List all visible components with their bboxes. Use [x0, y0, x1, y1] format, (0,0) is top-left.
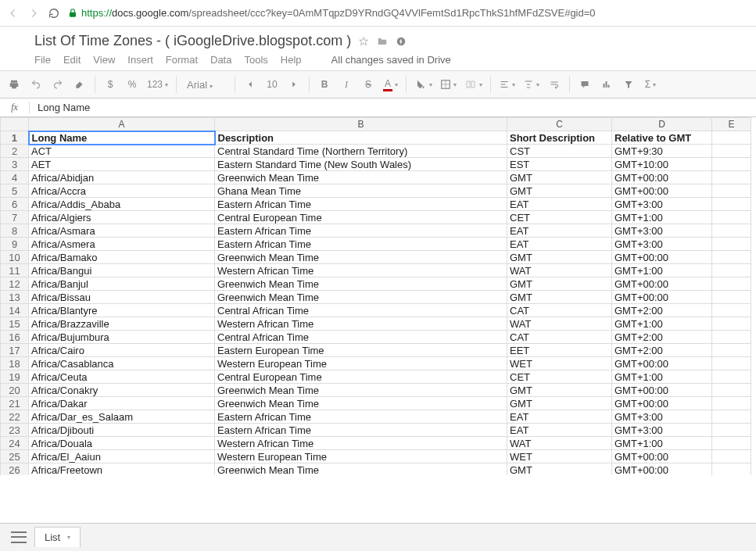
cell[interactable]: GMT — [507, 463, 612, 476]
cell[interactable]: Western European Time — [215, 450, 507, 463]
cell[interactable]: Central European Time — [215, 370, 507, 384]
cell[interactable]: Greenwich Mean Time — [215, 397, 507, 410]
cell[interactable]: EET — [507, 344, 612, 357]
cell[interactable]: GMT+2:00 — [612, 344, 712, 357]
cell[interactable] — [712, 145, 751, 158]
cell[interactable]: Africa/Ceuta — [29, 370, 215, 384]
fill-color-icon[interactable]: ▾ — [412, 75, 435, 94]
cell[interactable]: GMT+1:00 — [612, 317, 712, 331]
halign-icon[interactable]: ▾ — [496, 75, 518, 94]
cell[interactable]: Africa/Addis_Ababa — [29, 198, 215, 211]
cell[interactable]: CST — [507, 145, 612, 158]
cell[interactable] — [712, 344, 751, 357]
merge-icon[interactable]: ▾ — [462, 75, 485, 94]
cell[interactable]: EAT — [507, 238, 612, 251]
col-header-a[interactable]: A — [29, 118, 215, 131]
cell[interactable]: GMT+00:00 — [612, 384, 712, 397]
cell[interactable]: GMT+00:00 — [612, 251, 712, 264]
cell[interactable]: WET — [507, 357, 612, 370]
cell[interactable]: GMT+10:00 — [612, 158, 712, 171]
row-header[interactable]: 9 — [1, 238, 29, 251]
cell[interactable]: Africa/Bamako — [29, 251, 215, 264]
row-header[interactable]: 13 — [1, 291, 29, 304]
cell[interactable]: Africa/Blantyre — [29, 304, 215, 317]
cell[interactable] — [712, 224, 751, 238]
cell[interactable]: GMT — [507, 184, 612, 198]
cell[interactable]: Eastern African Time — [215, 198, 507, 211]
row-header[interactable]: 12 — [1, 277, 29, 291]
menu-edit[interactable]: Edit — [63, 54, 81, 66]
paint-icon[interactable] — [70, 75, 89, 94]
cell[interactable]: Western European Time — [215, 357, 507, 370]
cell[interactable]: GMT+9:30 — [612, 145, 712, 158]
font-family-select[interactable]: Arial▾ — [182, 79, 229, 91]
cell[interactable]: GMT+00:00 — [612, 450, 712, 463]
cell[interactable]: WET — [507, 450, 612, 463]
cell[interactable]: Africa/Freetown — [29, 463, 215, 476]
cell[interactable]: Africa/Algiers — [29, 211, 215, 224]
cell[interactable]: GMT+00:00 — [612, 357, 712, 370]
cell[interactable] — [712, 184, 751, 198]
cell[interactable]: Long Name — [29, 131, 215, 145]
cell[interactable] — [712, 158, 751, 171]
row-header[interactable]: 25 — [1, 450, 29, 463]
cell[interactable] — [712, 424, 751, 437]
cell[interactable] — [712, 304, 751, 317]
col-header-c[interactable]: C — [507, 118, 612, 131]
cell[interactable]: GMT+1:00 — [612, 437, 712, 450]
back-icon[interactable] — [6, 6, 20, 20]
cell[interactable]: Western African Time — [215, 437, 507, 450]
select-all-corner[interactable] — [1, 118, 29, 131]
cell[interactable]: Africa/Casablanca — [29, 357, 215, 370]
row-header[interactable]: 15 — [1, 317, 29, 331]
cell[interactable]: GMT+00:00 — [612, 277, 712, 291]
cell[interactable]: EST — [507, 158, 612, 171]
cell[interactable]: ACT — [29, 145, 215, 158]
menu-format[interactable]: Format — [166, 54, 198, 66]
cell[interactable]: Eastern African Time — [215, 410, 507, 424]
row-header[interactable]: 17 — [1, 344, 29, 357]
cell[interactable]: Africa/Douala — [29, 437, 215, 450]
cell[interactable]: Africa/Conakry — [29, 384, 215, 397]
menu-file[interactable]: File — [34, 54, 51, 66]
cell[interactable]: Western African Time — [215, 317, 507, 331]
cell[interactable]: EAT — [507, 198, 612, 211]
row-header[interactable]: 11 — [1, 264, 29, 277]
cell[interactable] — [712, 238, 751, 251]
cell[interactable] — [712, 171, 751, 184]
cell[interactable]: Greenwich Mean Time — [215, 291, 507, 304]
cell[interactable]: Ghana Mean Time — [215, 184, 507, 198]
functions-icon[interactable]: Σ▾ — [641, 75, 660, 94]
url-bar[interactable]: https:// docs.google.com /spreadsheet/cc… — [67, 4, 750, 23]
cell[interactable]: GMT — [507, 291, 612, 304]
row-header[interactable]: 14 — [1, 304, 29, 317]
menu-tools[interactable]: Tools — [244, 54, 267, 66]
cell[interactable] — [712, 450, 751, 463]
cell[interactable] — [712, 291, 751, 304]
cell[interactable]: GMT — [507, 384, 612, 397]
bolt-icon[interactable] — [395, 35, 407, 48]
cell[interactable]: GMT+3:00 — [612, 238, 712, 251]
cell[interactable]: EAT — [507, 410, 612, 424]
cell[interactable]: WAT — [507, 264, 612, 277]
redo-icon[interactable] — [48, 75, 67, 94]
cell[interactable]: Eastern Standard Time (New South Wales) — [215, 158, 507, 171]
cell[interactable]: Africa/Dakar — [29, 397, 215, 410]
cell[interactable]: Africa/Asmera — [29, 238, 215, 251]
cell[interactable]: GMT — [507, 397, 612, 410]
cell[interactable]: Central African Time — [215, 304, 507, 317]
cell[interactable] — [712, 331, 751, 344]
cell[interactable]: Eastern African Time — [215, 424, 507, 437]
row-header[interactable]: 1 — [1, 131, 29, 145]
cell[interactable] — [712, 370, 751, 384]
menu-view[interactable]: View — [93, 54, 115, 66]
cell[interactable]: Short Description — [507, 131, 612, 145]
chart-icon[interactable] — [597, 75, 616, 94]
row-header[interactable]: 23 — [1, 424, 29, 437]
row-header[interactable]: 4 — [1, 171, 29, 184]
cell[interactable]: Central European Time — [215, 211, 507, 224]
cell[interactable] — [712, 251, 751, 264]
cell[interactable]: GMT+3:00 — [612, 424, 712, 437]
cell[interactable]: Africa/Dar_es_Salaam — [29, 410, 215, 424]
currency-button[interactable]: $ — [101, 75, 120, 94]
